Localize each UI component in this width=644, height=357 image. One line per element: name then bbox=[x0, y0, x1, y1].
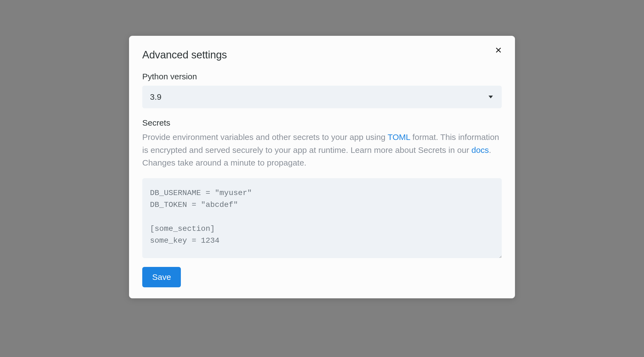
modal-title: Advanced settings bbox=[142, 49, 502, 61]
advanced-settings-modal: Advanced settings Python version 3.9 Sec… bbox=[129, 36, 515, 298]
secrets-desc-text-1: Provide environment variables and other … bbox=[142, 132, 388, 142]
save-button[interactable]: Save bbox=[142, 267, 181, 287]
secrets-textarea[interactable] bbox=[142, 178, 502, 258]
close-button[interactable] bbox=[493, 45, 504, 56]
python-version-label: Python version bbox=[142, 72, 502, 81]
close-icon bbox=[495, 47, 502, 53]
python-version-select-wrap: 3.9 bbox=[142, 86, 502, 108]
secrets-description: Provide environment variables and other … bbox=[142, 131, 502, 169]
docs-link[interactable]: docs bbox=[471, 145, 489, 155]
toml-link[interactable]: TOML bbox=[388, 132, 410, 142]
secrets-label: Secrets bbox=[142, 118, 502, 128]
python-version-select[interactable]: 3.9 bbox=[142, 86, 502, 108]
